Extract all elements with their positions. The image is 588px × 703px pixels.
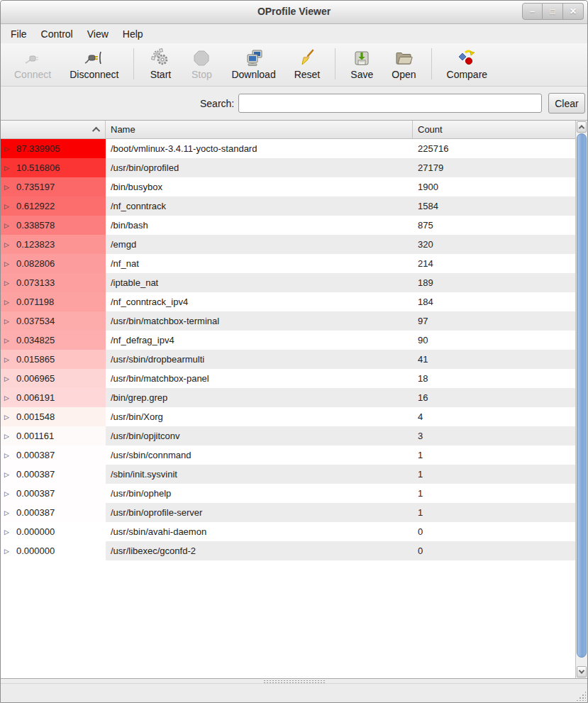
table-row[interactable]: ▷0.082806/nf_nat214 <box>1 254 575 273</box>
percent-cell: ▷0.000000 <box>1 522 106 541</box>
expander-icon[interactable]: ▷ <box>4 471 13 478</box>
expander-icon[interactable]: ▷ <box>4 490 13 497</box>
start-button[interactable]: Start <box>140 45 181 82</box>
save-icon <box>353 48 371 67</box>
menu-control[interactable]: Control <box>34 26 80 43</box>
expander-icon[interactable]: ▷ <box>4 145 13 153</box>
expander-icon[interactable]: ▷ <box>4 279 13 287</box>
table-row[interactable]: ▷0.000000/usr/libexec/gconfd-20 <box>1 541 575 560</box>
expander-icon[interactable]: ▷ <box>4 528 13 536</box>
name-cell: /usr/bin/matchbox-panel <box>106 369 413 388</box>
expander-icon[interactable]: ▷ <box>4 433 13 440</box>
table-row[interactable]: ▷0.006191/bin/grep.grep16 <box>1 388 575 407</box>
expander-icon[interactable]: ▷ <box>4 260 13 267</box>
expander-icon[interactable]: ▷ <box>4 337 13 344</box>
connect-label: Connect <box>14 69 51 80</box>
expander-icon[interactable]: ▷ <box>4 509 13 516</box>
expander-icon[interactable]: ▷ <box>4 222 13 229</box>
scrollbar-track[interactable] <box>577 133 587 665</box>
open-button[interactable]: Open <box>382 45 425 82</box>
table-row[interactable]: ▷0.034825/nf_defrag_ipv490 <box>1 331 575 350</box>
table-row[interactable]: ▷10.516806/usr/bin/oprofiled27179 <box>1 158 575 177</box>
table-row[interactable]: ▷0.338578/bin/bash875 <box>1 216 575 235</box>
chevron-down-icon <box>579 668 584 673</box>
expander-icon[interactable]: ▷ <box>4 548 13 555</box>
search-input[interactable] <box>238 94 542 113</box>
maximize-button[interactable]: □ <box>543 3 563 20</box>
percent-value: 10.516806 <box>16 162 60 173</box>
scroll-up-button[interactable] <box>577 121 587 133</box>
count-cell: 320 <box>413 235 575 254</box>
percent-value: 0.034825 <box>16 335 55 345</box>
table-row[interactable]: ▷0.001161/usr/bin/opjitconv3 <box>1 426 575 445</box>
table-row[interactable]: ▷0.000387/usr/bin/oprofile-server1 <box>1 503 575 522</box>
disconnect-button[interactable]: Disconnect <box>60 45 128 82</box>
percent-value: 0.015865 <box>16 354 55 365</box>
resize-grip[interactable] <box>576 691 586 701</box>
clear-button[interactable]: Clear <box>548 93 584 114</box>
expander-icon[interactable]: ▷ <box>4 414 13 421</box>
splitter-handle-icon[interactable] <box>263 680 326 683</box>
name-column-header[interactable]: Name <box>106 121 413 139</box>
table-row[interactable]: ▷0.735197/bin/busybox1900 <box>1 177 575 196</box>
compare-button[interactable]: Compare <box>438 45 497 82</box>
expander-icon[interactable]: ▷ <box>4 241 13 248</box>
count-cell: 18 <box>413 369 575 388</box>
expander-icon[interactable]: ▷ <box>4 318 13 325</box>
scroll-down-button[interactable] <box>577 666 587 677</box>
table-row[interactable]: ▷0.001548/usr/bin/Xorg4 <box>1 407 575 426</box>
start-label: Start <box>150 69 172 80</box>
minimize-icon: – <box>530 6 535 16</box>
chevron-up-icon <box>579 125 584 131</box>
menu-help[interactable]: Help <box>116 26 150 43</box>
table-row[interactable]: ▷0.000000/usr/sbin/avahi-daemon0 <box>1 522 575 541</box>
expander-icon[interactable]: ▷ <box>4 165 13 172</box>
table-row[interactable]: ▷0.000387/sbin/init.sysvinit1 <box>1 465 575 484</box>
expander-icon[interactable]: ▷ <box>4 184 13 191</box>
percent-column-header[interactable] <box>1 121 106 139</box>
name-cell: /nf_conntrack_ipv4 <box>106 292 413 311</box>
vertical-scrollbar[interactable] <box>575 121 587 678</box>
expander-icon[interactable]: ▷ <box>4 299 13 306</box>
menu-view[interactable]: View <box>80 26 116 43</box>
table-row[interactable]: ▷0.015865/usr/sbin/dropbearmulti41 <box>1 350 575 369</box>
table-row[interactable]: ▷0.006965/usr/bin/matchbox-panel18 <box>1 369 575 388</box>
table-row[interactable]: ▷0.073133/iptable_nat189 <box>1 273 575 292</box>
menu-file[interactable]: File <box>4 26 34 43</box>
count-column-header[interactable]: Count <box>413 121 575 139</box>
close-button[interactable]: ✕ <box>563 3 584 20</box>
name-cell: /usr/bin/ophelp <box>106 484 413 503</box>
percent-value: 0.000000 <box>16 526 55 537</box>
percent-cell: ▷0.123823 <box>1 235 106 254</box>
table-row[interactable]: ▷0.071198/nf_conntrack_ipv4184 <box>1 292 575 311</box>
table-row[interactable]: ▷0.123823/emgd320 <box>1 235 575 254</box>
table-row[interactable]: ▷0.612922/nf_conntrack1584 <box>1 196 575 216</box>
name-cell: /usr/bin/Xorg <box>106 407 413 426</box>
reset-button[interactable]: Reset <box>285 45 330 82</box>
expander-icon[interactable]: ▷ <box>4 375 13 382</box>
percent-cell: ▷0.071198 <box>1 292 106 311</box>
table-row[interactable]: ▷0.037534/usr/bin/matchbox-terminal97 <box>1 311 575 331</box>
expander-icon[interactable]: ▷ <box>4 203 13 210</box>
expander-icon[interactable]: ▷ <box>4 356 13 363</box>
count-cell: 4 <box>413 407 575 426</box>
maximize-icon: □ <box>550 6 555 16</box>
table-row[interactable]: ▷0.000387/usr/sbin/connmand1 <box>1 445 575 465</box>
table-row[interactable]: ▷0.000387/usr/bin/ophelp1 <box>1 484 575 503</box>
reset-icon <box>298 48 316 67</box>
table-row[interactable]: ▷87.339905/boot/vmlinux-3.4.11-yocto-sta… <box>1 139 575 158</box>
percent-value: 0.123823 <box>16 239 55 250</box>
scrollbar-thumb[interactable] <box>577 133 587 658</box>
name-cell: /sbin/init.sysvinit <box>106 465 413 484</box>
name-cell: /bin/bash <box>106 216 413 235</box>
minimize-button[interactable]: – <box>522 3 543 20</box>
stop-icon <box>192 48 211 67</box>
count-cell: 0 <box>413 541 575 560</box>
expander-icon[interactable]: ▷ <box>4 394 13 402</box>
count-cell: 3 <box>413 426 575 445</box>
expander-icon[interactable]: ▷ <box>4 452 13 459</box>
download-button[interactable]: Download <box>222 45 284 82</box>
count-cell: 27179 <box>413 158 575 177</box>
save-button[interactable]: Save <box>341 45 382 82</box>
percent-cell: ▷0.000387 <box>1 484 106 503</box>
